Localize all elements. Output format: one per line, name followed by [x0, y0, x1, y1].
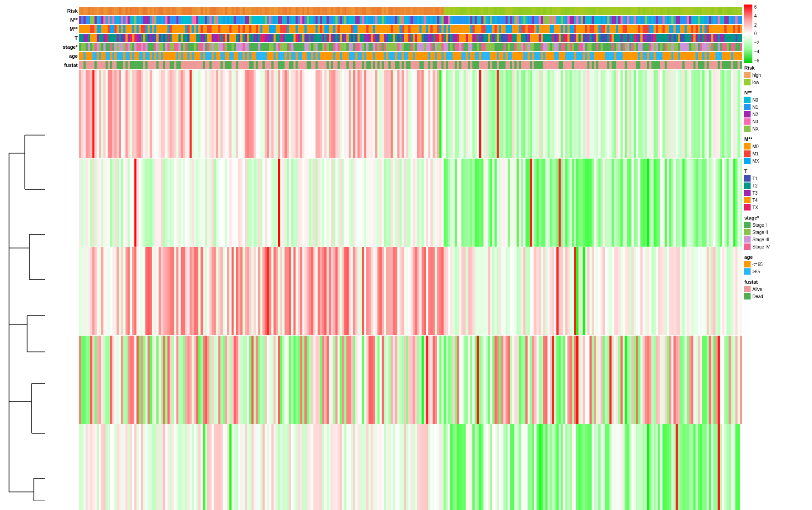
- scale-label-2: 2: [754, 23, 759, 28]
- t1-item: T1: [744, 175, 810, 182]
- heatmap-area: [50, 0, 742, 510]
- scale-label-4: 4: [754, 14, 759, 19]
- alive-item: Alive: [744, 286, 810, 292]
- n0-color: [744, 97, 751, 103]
- t2-item: T2: [744, 182, 810, 189]
- stage2-label: Stage II: [752, 230, 768, 235]
- t-legend: T T1 T2 T3 T4 TX: [744, 168, 810, 211]
- dead-color: [744, 293, 751, 299]
- fustat-legend: fustat Alive Dead: [744, 279, 810, 300]
- risk-legend: Risk high low: [744, 65, 810, 86]
- risk-legend-title: Risk: [744, 65, 810, 70]
- n3-item: N3: [744, 118, 810, 125]
- dead-label: Dead: [752, 294, 763, 299]
- t3-item: T3: [744, 190, 810, 196]
- alive-color: [744, 286, 751, 292]
- n-legend-title: N**: [744, 90, 810, 95]
- nx-item: NX: [744, 126, 810, 132]
- n1-item: N1: [744, 104, 810, 110]
- scale-label-0: 0: [754, 31, 759, 36]
- tx-color: [744, 204, 751, 211]
- gradient-bar: [744, 5, 752, 63]
- age-gt65-color: [744, 268, 751, 275]
- legend-panel: 6 4 2 0 −2 −4 −6 Risk high low N**: [742, 0, 812, 510]
- m1-item: M1: [744, 150, 810, 157]
- m0-label: M0: [752, 144, 759, 149]
- t3-label: T3: [752, 191, 758, 196]
- n3-color: [744, 118, 751, 125]
- fustat-legend-title: fustat: [744, 279, 810, 285]
- m1-label: M1: [752, 151, 759, 156]
- risk-low-color: [744, 79, 751, 85]
- mx-item: MX: [744, 158, 810, 164]
- dendrogram-panel: [0, 0, 50, 510]
- stage1-color: [744, 222, 751, 228]
- mx-color: [744, 158, 751, 164]
- scale-label-n2: −2: [754, 40, 759, 45]
- t1-label: T1: [752, 176, 758, 181]
- scale-label-n6: −6: [754, 58, 759, 63]
- stage-legend: stage* Stage I Stage II Stage III Stage …: [744, 215, 810, 251]
- stage4-label: Stage IV: [752, 244, 770, 249]
- m0-item: M0: [744, 143, 810, 150]
- risk-high-color: [744, 72, 751, 78]
- heatmap-canvas: [50, 70, 742, 510]
- main-container: 6 4 2 0 −2 −4 −6 Risk high low N**: [0, 0, 812, 510]
- t-legend-title: T: [744, 168, 810, 174]
- risk-low-item: low: [744, 79, 810, 85]
- t1-color: [744, 175, 751, 182]
- stage1-label: Stage I: [752, 223, 767, 228]
- age-gt65-item: >65: [744, 268, 810, 275]
- stage2-color: [744, 229, 751, 235]
- t2-color: [744, 182, 751, 189]
- t4-color: [744, 197, 751, 203]
- dead-item: Dead: [744, 293, 810, 299]
- stage3-color: [744, 236, 751, 243]
- n0-item: N0: [744, 97, 810, 103]
- m-legend-title: M**: [744, 136, 810, 142]
- t3-color: [744, 190, 751, 196]
- alive-label: Alive: [752, 287, 762, 292]
- stage3-label: Stage III: [752, 237, 769, 242]
- m0-color: [744, 143, 751, 150]
- age-gt65-label: >65: [752, 269, 760, 274]
- mx-label: MX: [752, 159, 759, 164]
- stage1-item: Stage I: [744, 222, 810, 228]
- m-legend: M** M0 M1 MX: [744, 136, 810, 165]
- n3-label: N3: [752, 119, 758, 124]
- t4-item: T4: [744, 197, 810, 203]
- risk-high-label: high: [752, 73, 761, 78]
- stage-legend-title: stage*: [744, 215, 810, 220]
- gradient-labels: 6 4 2 0 −2 −4 −6: [752, 5, 759, 63]
- n1-color: [744, 104, 751, 110]
- age-le65-item: <=65: [744, 261, 810, 267]
- annotation-canvas: [50, 5, 742, 70]
- t2-label: T2: [752, 183, 758, 188]
- color-scale: 6 4 2 0 −2 −4 −6: [744, 5, 810, 63]
- tx-item: TX: [744, 204, 810, 211]
- stage3-item: Stage III: [744, 236, 810, 243]
- n-legend: N** N0 N1 N2 N3 NX: [744, 90, 810, 133]
- n2-item: N2: [744, 111, 810, 117]
- age-le65-label: <=65: [752, 262, 763, 267]
- dendrogram: [2, 108, 47, 501]
- age-legend-title: age: [744, 254, 810, 260]
- stage4-item: Stage IV: [744, 243, 810, 250]
- risk-high-item: high: [744, 72, 810, 78]
- risk-low-label: low: [752, 80, 759, 85]
- n0-label: N0: [752, 98, 758, 103]
- scale-label-6: 6: [754, 5, 759, 9]
- n1-label: N1: [752, 105, 758, 110]
- stage2-item: Stage II: [744, 229, 810, 235]
- tx-label: TX: [752, 205, 758, 210]
- age-legend: age <=65 >65: [744, 254, 810, 276]
- stage4-color: [744, 243, 751, 250]
- nx-label: NX: [752, 126, 759, 131]
- n2-label: N2: [752, 112, 758, 117]
- t4-label: T4: [752, 198, 758, 203]
- age-le65-color: [744, 261, 751, 267]
- nx-color: [744, 126, 751, 132]
- m1-color: [744, 150, 751, 157]
- n2-color: [744, 111, 751, 117]
- scale-label-n4: −4: [754, 49, 759, 54]
